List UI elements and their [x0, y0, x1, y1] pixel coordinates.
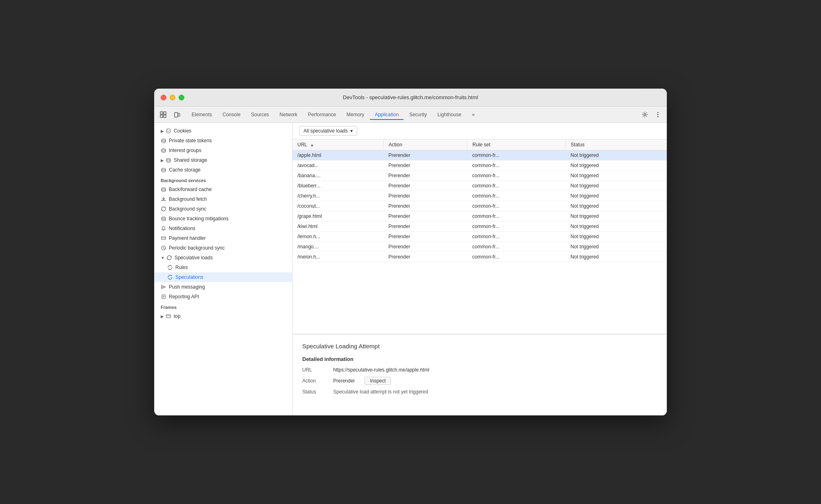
svg-rect-0 [160, 112, 163, 114]
top-frame-arrow-icon: ▶ [161, 314, 164, 319]
sidebar-item-private-state-tokens[interactable]: Private state tokens [154, 136, 292, 146]
table-row[interactable]: /kiwi.htmlPrerendercommon-fr...Not trigg… [293, 222, 667, 232]
sidebar-item-bounce-tracking[interactable]: Bounce tracking mitigations [154, 214, 292, 224]
device-toolbar-icon[interactable] [171, 109, 183, 120]
detail-section-title: Detailed information [302, 356, 657, 362]
sidebar-item-cookies[interactable]: ▶ Cookies [154, 126, 292, 136]
sidebar-item-bfcache[interactable]: Back/forward cache [154, 185, 292, 194]
cell-status: Not triggered [566, 242, 667, 252]
svg-rect-2 [164, 112, 166, 114]
bg-fetch-icon [161, 196, 166, 202]
tab-more[interactable]: » [467, 109, 480, 120]
push-messaging-icon [161, 284, 166, 290]
sidebar-label-periodic-bg-sync: Periodic background sync [169, 245, 225, 251]
sidebar-label-speculative-loads: Speculative loads [175, 255, 213, 261]
table-row[interactable]: /avocad...Prerendercommon-fr...Not trigg… [293, 161, 667, 171]
table-row[interactable]: /lemon.h...Prerendercommon-fr...Not trig… [293, 232, 667, 242]
cell-action: Prerender [384, 150, 467, 161]
table-row[interactable]: /apple.htmlPrerendercommon-fr...Not trig… [293, 150, 667, 161]
detail-url-row: URL https://speculative-rules.glitch.me/… [302, 367, 657, 373]
cookies-icon [166, 128, 171, 134]
svg-point-13 [168, 131, 168, 132]
detail-action-value: Prerender [333, 378, 355, 384]
cell-status: Not triggered [566, 222, 667, 232]
sidebar-item-periodic-bg-sync[interactable]: Periodic background sync [154, 243, 292, 253]
col-header-action[interactable]: Action [384, 139, 467, 150]
cell-status: Not triggered [566, 232, 667, 242]
tab-elements[interactable]: Elements [187, 109, 217, 120]
detail-status-row: Status Speculative load attempt is not y… [302, 389, 657, 395]
col-header-rule-set[interactable]: Rule set [467, 139, 566, 150]
tab-lighthouse[interactable]: Lighthouse [432, 109, 466, 120]
table-row[interactable]: /coconut...Prerendercommon-fr...Not trig… [293, 201, 667, 211]
sidebar-item-top-frame[interactable]: ▶ top [154, 311, 292, 321]
tab-performance[interactable]: Performance [303, 109, 341, 120]
sidebar-label-rules: Rules [175, 265, 188, 270]
col-header-url[interactable]: URL ▲ [293, 139, 384, 150]
table-row[interactable]: /grape.htmlPrerendercommon-fr...Not trig… [293, 211, 667, 222]
filter-dropdown[interactable]: All speculative loads ▾ [299, 126, 357, 136]
cell-action: Prerender [384, 232, 467, 242]
sidebar-item-cache-storage[interactable]: Cache storage [154, 165, 292, 175]
tab-sources[interactable]: Sources [246, 109, 274, 120]
private-state-icon [161, 138, 166, 143]
expand-arrow-icon: ▶ [161, 129, 164, 133]
tab-application[interactable]: Application [370, 109, 404, 120]
more-options-icon[interactable] [652, 109, 664, 120]
sidebar-label-interest-groups: Interest groups [169, 148, 201, 153]
table-row[interactable]: /cherry.h...Prerendercommon-fr...Not tri… [293, 191, 667, 201]
svg-point-11 [167, 130, 168, 130]
sidebar-item-interest-groups[interactable]: Interest groups [154, 146, 292, 155]
table-row[interactable]: /melon.h...Prerendercommon-fr...Not trig… [293, 252, 667, 262]
cell-url: /lemon.h... [293, 232, 384, 242]
inspect-button[interactable]: Inspect [365, 377, 391, 385]
tab-security[interactable]: Security [404, 109, 432, 120]
sidebar-item-shared-storage[interactable]: ▶ Shared storage [154, 155, 292, 165]
sidebar-item-push-messaging[interactable]: Push messaging [154, 282, 292, 292]
sidebar-item-bg-fetch[interactable]: Background fetch [154, 194, 292, 204]
sidebar-item-notifications[interactable]: Notifications [154, 224, 292, 233]
inspect-element-icon[interactable] [157, 109, 169, 120]
cell-url: /melon.h... [293, 252, 384, 262]
table-row[interactable]: /blueberr...Prerendercommon-fr...Not tri… [293, 181, 667, 191]
shared-storage-icon [166, 157, 171, 163]
table-row[interactable]: /banana....Prerendercommon-fr...Not trig… [293, 171, 667, 181]
detail-status-label: Status [302, 389, 327, 395]
settings-icon[interactable] [639, 109, 651, 120]
sidebar-label-speculations: Speculations [175, 274, 203, 280]
toolbar-left [157, 109, 183, 120]
close-button[interactable] [161, 95, 166, 100]
sidebar-item-reporting-api[interactable]: Reporting API [154, 292, 292, 302]
sidebar-item-speculative-loads[interactable]: ▼ Speculative loads [154, 253, 292, 263]
sidebar-label-push-messaging: Push messaging [169, 284, 205, 290]
cell-action: Prerender [384, 161, 467, 171]
maximize-button[interactable] [179, 95, 184, 100]
table-row[interactable]: /mango....Prerendercommon-fr...Not trigg… [293, 242, 667, 252]
col-header-status[interactable]: Status [566, 139, 667, 150]
svg-point-8 [657, 114, 659, 115]
minimize-button[interactable] [170, 95, 175, 100]
cell-action: Prerender [384, 211, 467, 222]
tab-memory[interactable]: Memory [342, 109, 369, 120]
detail-panel: Speculative Loading Attempt Detailed inf… [293, 334, 667, 415]
cell-action: Prerender [384, 222, 467, 232]
window-title: DevTools - speculative-rules.glitch.me/c… [343, 94, 478, 100]
tab-network[interactable]: Network [275, 109, 302, 120]
shared-storage-arrow-icon: ▶ [161, 158, 164, 163]
tab-bar: Elements Console Sources Network Perform… [154, 106, 667, 123]
sidebar-label-private-state: Private state tokens [169, 138, 212, 143]
section-header-background-services: Background services [154, 175, 292, 185]
sidebar-item-speculations[interactable]: Speculations [154, 272, 292, 282]
tab-console[interactable]: Console [218, 109, 245, 120]
sidebar-label-bounce-tracking: Bounce tracking mitigations [169, 216, 229, 222]
svg-point-12 [169, 130, 170, 131]
sidebar-item-payment-handler[interactable]: Payment handler [154, 233, 292, 243]
cell-url: /mango.... [293, 242, 384, 252]
sidebar-item-bg-sync[interactable]: Background sync [154, 204, 292, 214]
detail-action-label: Action [302, 378, 327, 384]
cell-rule-set: common-fr... [467, 201, 566, 211]
sidebar-item-rules[interactable]: Rules [154, 263, 292, 272]
cache-storage-icon [161, 167, 166, 173]
svg-rect-5 [178, 113, 180, 116]
cell-url: /kiwi.html [293, 222, 384, 232]
